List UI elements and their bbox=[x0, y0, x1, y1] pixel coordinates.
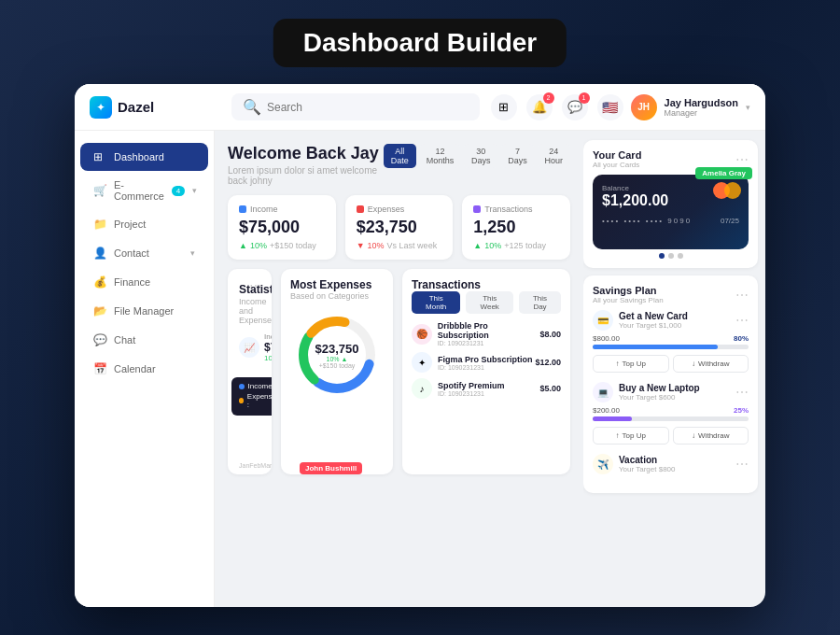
income-metric-info: Income $75,000 10% bbox=[264, 332, 272, 362]
savings-amount-2: $200.00 bbox=[593, 406, 620, 415]
logo-name: Dazel bbox=[118, 99, 154, 115]
sidebar-label-ecommerce: E-Commerce bbox=[114, 179, 164, 202]
sidebar-item-calendar[interactable]: 📅 Calendar bbox=[80, 355, 208, 383]
card-expiry: 07/25 bbox=[721, 217, 739, 225]
savings-subtitle: All your Savings Plan bbox=[593, 296, 664, 304]
date-btn-7days[interactable]: 7 Days bbox=[501, 144, 534, 168]
tx-amount-2: $12.00 bbox=[535, 358, 561, 367]
date-btn-30days[interactable]: 30 Days bbox=[464, 144, 497, 168]
card-dot-3 bbox=[678, 253, 683, 259]
sidebar: ⊞ Dashboard 🛒 E-Commerce 4 ▾ 📁 Project 👤… bbox=[75, 131, 215, 607]
notification-badge: 2 bbox=[543, 92, 554, 104]
logo-icon: ✦ bbox=[90, 96, 112, 119]
stat-label-income: Income bbox=[239, 205, 325, 214]
progress-bar-1 bbox=[593, 345, 749, 349]
bell-icon[interactable]: 🔔 2 bbox=[526, 94, 553, 120]
grid-icon[interactable]: ⊞ bbox=[491, 94, 517, 120]
arrow-up-icon: ▲ bbox=[239, 241, 247, 250]
card-dots bbox=[593, 253, 749, 259]
progress-fill-2 bbox=[593, 416, 632, 421]
spotify-icon: ♪ bbox=[412, 378, 432, 399]
tx-amount-1: $8.00 bbox=[539, 330, 561, 339]
savings-item-3: ✈️ Vacation Your Target $800 ⋯ bbox=[593, 454, 749, 474]
filemanager-icon: 📂 bbox=[93, 304, 106, 318]
user-area[interactable]: JH Jay Hargudson Manager ▾ bbox=[631, 94, 750, 120]
savings-header: Savings Plan All your Savings Plan ⋯ bbox=[593, 285, 749, 304]
welcome-title: Welcome Back Jay bbox=[228, 144, 384, 163]
arrow-up2-icon: ▲ bbox=[473, 241, 482, 250]
search-bar[interactable]: 🔍 bbox=[231, 93, 480, 120]
metric-value-income: $75,000 bbox=[264, 341, 272, 354]
savings-item-more-2[interactable]: ⋯ bbox=[735, 385, 749, 400]
savings-actions-1: ↑ Top Up ↓ Withdraw bbox=[593, 355, 749, 373]
savings-more-icon[interactable]: ⋯ bbox=[735, 288, 749, 303]
welcome-text: Welcome Back Jay Lorem ipsum dolor si am… bbox=[228, 144, 384, 186]
savings-name-3: Vacation bbox=[619, 455, 676, 465]
withdraw-btn-1[interactable]: ↓ Withdraw bbox=[673, 355, 749, 373]
sidebar-item-filemanager[interactable]: 📂 File Manager bbox=[80, 297, 208, 325]
tab-this-week[interactable]: This Week bbox=[466, 291, 513, 314]
savings-target-2: Your Target $600 bbox=[619, 393, 700, 402]
savings-title: Savings Plan bbox=[593, 285, 664, 296]
search-input[interactable] bbox=[267, 101, 469, 114]
sidebar-label-filemanager: File Manager bbox=[114, 305, 174, 317]
chat-icon[interactable]: 💬 1 bbox=[562, 94, 588, 120]
calendar-icon: 📅 bbox=[93, 362, 106, 375]
savings-name-1: Get a New Card bbox=[619, 311, 688, 321]
user-info: Jay Hargudson Manager bbox=[665, 97, 738, 118]
chart-area: Income : $810 Expense : $620 bbox=[239, 368, 260, 471]
flag-icon[interactable]: 🇺🇸 bbox=[597, 94, 623, 120]
savings-item-more-1[interactable]: ⋯ bbox=[735, 313, 749, 328]
sidebar-label-project: Project bbox=[114, 219, 146, 230]
tooltip-income-label: Income : bbox=[248, 382, 273, 390]
income-metric-icon: 📈 bbox=[239, 337, 259, 358]
transaction-item-2: ✦ Figma Pro Subscription ID: 1090231231 … bbox=[412, 352, 561, 373]
card-widget-header: Your Card All your Cards ⋯ bbox=[593, 149, 749, 169]
date-btn-12months[interactable]: 12 Months bbox=[420, 144, 461, 168]
amelia-tag: Amelia Gray bbox=[695, 167, 752, 179]
project-icon: 📁 bbox=[93, 218, 106, 231]
welcome-row: Welcome Back Jay Lorem ipsum dolor si am… bbox=[228, 144, 570, 186]
topbar-icons: ⊞ 🔔 2 💬 1 🇺🇸 bbox=[491, 94, 623, 120]
savings-icon-3: ✈️ bbox=[593, 454, 613, 474]
tx-id-3: ID: 1090231231 bbox=[438, 390, 505, 397]
topup-btn-2[interactable]: ↑ Top Up bbox=[593, 427, 669, 444]
logo-area: ✦ Dazel bbox=[90, 96, 220, 119]
statistic-subtitle: Income and Expenses bbox=[239, 297, 260, 325]
sidebar-item-ecommerce[interactable]: 🛒 E-Commerce 4 ▾ bbox=[80, 172, 208, 209]
tx-amount-3: $5.00 bbox=[539, 384, 561, 393]
sidebar-item-dashboard[interactable]: ⊞ Dashboard bbox=[80, 143, 208, 171]
transaction-item-3: ♪ Spotify Premium ID: 1090231231 $5.00 bbox=[412, 378, 561, 399]
chat-badge: 1 bbox=[579, 92, 590, 104]
chart-tooltip: Income : $810 Expense : $620 bbox=[231, 377, 273, 416]
contact-arrow: ▾ bbox=[190, 248, 195, 258]
metric-pct-income: 10% bbox=[264, 354, 272, 362]
savings-name-2: Buy a New Laptop bbox=[619, 383, 700, 393]
card-more-icon[interactable]: ⋯ bbox=[735, 152, 749, 167]
content-inner: Welcome Back Jay Lorem ipsum dolor si am… bbox=[215, 131, 583, 607]
right-panel: Your Card All your Cards ⋯ Balance $1,20… bbox=[583, 131, 765, 607]
statistic-more-icon[interactable]: ⋯ bbox=[249, 278, 262, 293]
sidebar-label-calendar: Calendar bbox=[114, 363, 156, 374]
withdraw-icon-1: ↓ bbox=[692, 360, 695, 368]
topup-btn-1[interactable]: ↑ Top Up bbox=[593, 355, 669, 373]
stat-card-transactions: Transactions 1,250 ▲ 10% +125 today bbox=[462, 195, 570, 260]
transactions-dot bbox=[473, 205, 481, 213]
donut-sub: +$150 today bbox=[315, 362, 359, 369]
savings-item-more-3[interactable]: ⋯ bbox=[735, 457, 749, 472]
search-icon: 🔍 bbox=[243, 98, 261, 116]
ecommerce-icon: 🛒 bbox=[93, 184, 106, 197]
sidebar-item-chat[interactable]: 💬 Chat bbox=[80, 326, 208, 354]
tab-this-day[interactable]: This Day bbox=[519, 291, 561, 314]
date-btn-24hour[interactable]: 24 Hour bbox=[538, 144, 570, 168]
stat-label-transactions: Transactions bbox=[473, 205, 559, 214]
withdraw-btn-2[interactable]: ↓ Withdraw bbox=[673, 427, 749, 444]
finance-icon: 💰 bbox=[93, 275, 106, 289]
mastercard-icon bbox=[713, 182, 741, 199]
date-btn-alldate[interactable]: All Date bbox=[384, 144, 416, 168]
tab-this-month[interactable]: This Month bbox=[412, 291, 460, 314]
sidebar-item-finance[interactable]: 💰 Finance bbox=[80, 268, 208, 296]
sidebar-item-project[interactable]: 📁 Project bbox=[80, 210, 208, 238]
sidebar-item-contact[interactable]: 👤 Contact ▾ bbox=[80, 239, 208, 267]
tx-id-2: ID: 1090231231 bbox=[438, 364, 533, 371]
